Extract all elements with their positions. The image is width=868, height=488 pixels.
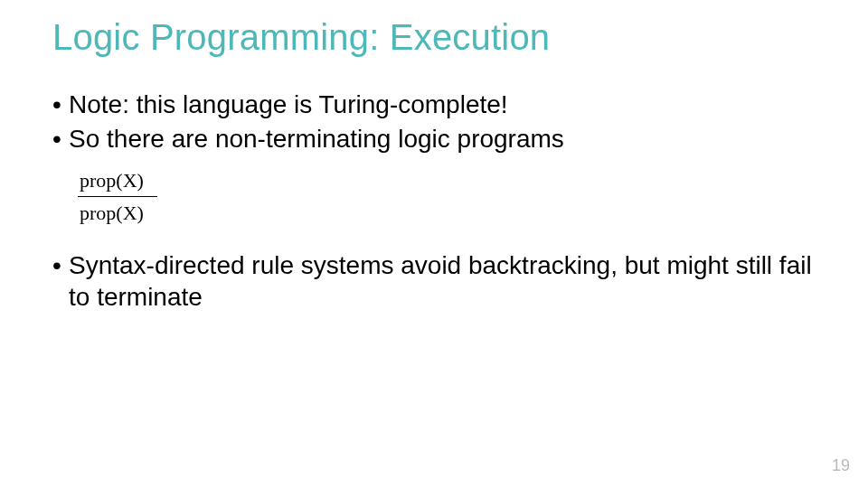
- bullet-item: Syntax-directed rule systems avoid backt…: [52, 249, 816, 314]
- rule-conclusion: prop(X): [78, 199, 816, 226]
- bullet-item: So there are non-terminating logic progr…: [52, 123, 816, 155]
- rule-premise-text: prop(X): [80, 169, 144, 192]
- rule-divider: [78, 196, 157, 197]
- rule-premise: prop(X): [78, 168, 816, 195]
- page-number: 19: [832, 456, 850, 475]
- slide-title: Logic Programming: Execution: [52, 16, 816, 58]
- bullet-item: Note: this language is Turing-complete!: [52, 89, 816, 121]
- inference-rule: prop(X) prop(X): [78, 168, 816, 226]
- bullet-list-2: Syntax-directed rule systems avoid backt…: [52, 249, 816, 314]
- bullet-list-1: Note: this language is Turing-complete! …: [52, 89, 816, 155]
- slide-container: Logic Programming: Execution Note: this …: [0, 0, 868, 488]
- rule-conclusion-text: prop(X): [80, 202, 144, 224]
